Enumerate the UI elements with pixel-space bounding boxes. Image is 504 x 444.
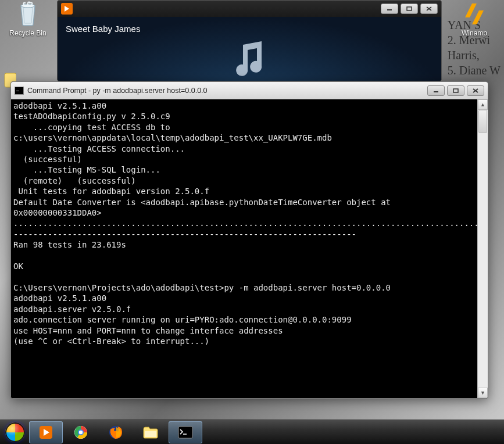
desktop-icon-label: Recycle Bin: [5, 29, 51, 37]
taskbar-item-chrome[interactable]: [64, 421, 98, 443]
scroll-thumb[interactable]: [478, 110, 487, 133]
media-player-body: Sweet Baby James: [58, 17, 441, 81]
command-prompt-window: Command Prompt - py -m adodbapi.server h…: [10, 81, 488, 399]
taskbar-item-firefox[interactable]: [99, 421, 133, 443]
minimize-button[interactable]: [427, 85, 445, 96]
svg-rect-12: [178, 427, 192, 438]
taskbar-item-file-explorer[interactable]: [134, 421, 167, 443]
svg-rect-11: [145, 431, 156, 437]
window-title: Command Prompt - py -m adodbapi.server h…: [27, 87, 424, 95]
taskbar-item-command-prompt[interactable]: [169, 421, 202, 443]
scroll-up-button[interactable]: ▲: [478, 99, 488, 110]
command-prompt-icon: [178, 426, 193, 439]
windows-logo-icon: [5, 422, 25, 442]
svg-rect-5: [453, 89, 458, 92]
terminal-output[interactable]: adodbapi v2.5.1.a00 testADOdbapiConfig.p…: [11, 99, 477, 398]
chrome-icon: [73, 425, 88, 440]
desktop-icon-recycle-bin[interactable]: Recycle Bin: [5, 0, 51, 37]
minimize-button[interactable]: [381, 3, 398, 14]
svg-rect-3: [407, 7, 412, 10]
command-prompt-titlebar[interactable]: Command Prompt - py -m adodbapi.server h…: [11, 82, 488, 99]
desktop-icon-label: Winamp: [451, 29, 498, 37]
vertical-scrollbar[interactable]: ▲ ▼: [477, 99, 488, 398]
media-player-icon: [38, 425, 53, 440]
scroll-down-button[interactable]: ▼: [478, 388, 488, 398]
desktop-icon-winamp[interactable]: Winamp: [451, 0, 498, 37]
command-prompt-icon: [15, 87, 24, 95]
scroll-track[interactable]: [478, 110, 488, 388]
close-button[interactable]: [467, 85, 484, 96]
now-playing-title: Sweet Baby James: [66, 24, 433, 34]
music-note-icon: [229, 40, 270, 81]
firefox-icon: [108, 425, 123, 440]
maximize-button[interactable]: [447, 85, 464, 96]
media-player-window: Sweet Baby James: [57, 0, 442, 81]
taskbar-item-media-player[interactable]: [29, 421, 63, 443]
recycle-bin-icon: [14, 0, 42, 28]
winamp-icon: [460, 0, 488, 28]
close-button[interactable]: [420, 3, 438, 14]
start-button[interactable]: [2, 421, 28, 444]
folder-icon: [142, 425, 159, 439]
svg-point-9: [79, 430, 83, 434]
media-player-logo-icon: [61, 3, 73, 15]
maximize-button[interactable]: [401, 3, 418, 14]
media-player-titlebar[interactable]: [58, 1, 441, 17]
taskbar: [0, 420, 504, 444]
